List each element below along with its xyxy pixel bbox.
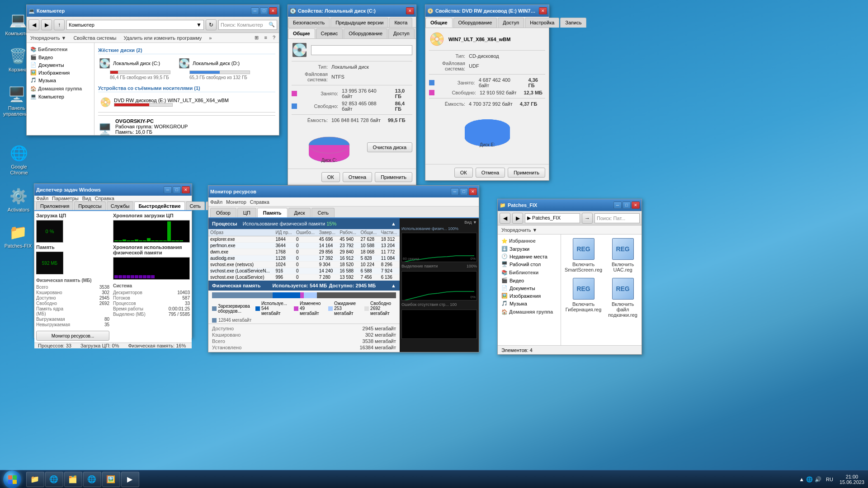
resmon-tab-disk[interactable]: Диск <box>288 208 311 217</box>
tab-security[interactable]: Безопасность <box>288 18 330 27</box>
resmon-menu-monitor[interactable]: Монитор <box>224 199 248 205</box>
taskmgr-minimize[interactable]: ─ <box>164 186 172 193</box>
tm-menu-file[interactable]: Файл <box>34 196 50 201</box>
explorer-titlebar[interactable]: 💻 Компьютер ─ □ ✕ <box>27 5 279 17</box>
patches-minimize[interactable]: ─ <box>613 202 622 209</box>
mem-scroll-up[interactable]: ▲ <box>391 283 396 288</box>
sidebar-images[interactable]: 🖼️Изображения <box>28 69 92 76</box>
props-c-cancel[interactable]: Отмена <box>343 172 372 182</box>
menu-remove-program[interactable]: Удалить или изменить программу <box>122 35 203 41</box>
refresh-btn[interactable]: ↻ <box>206 19 217 30</box>
menu-more[interactable]: » <box>207 35 213 41</box>
sidebar-home-group[interactable]: 🏠 Домашняя группа <box>28 84 92 93</box>
taskmgr-maximize[interactable]: □ <box>173 186 181 193</box>
patches-docs[interactable]: 📄Документы <box>500 284 559 292</box>
menu-organize[interactable]: Упорядочить ▼ <box>28 35 68 41</box>
patches-titlebar[interactable]: 📁 Patches_FIX ─ □ ✕ <box>498 199 642 211</box>
patches-back[interactable]: ◀ <box>500 213 510 224</box>
dvd-tab-access[interactable]: Доступ <box>498 18 524 28</box>
props-c-apply[interactable]: Применить <box>375 172 412 182</box>
desktop-icon-patches[interactable]: 📁 Patches-FIX <box>2 221 34 251</box>
props-c-close[interactable]: ✕ <box>406 7 414 14</box>
resmon-menu-file[interactable]: Файл <box>208 199 224 205</box>
explorer-close[interactable]: ✕ <box>269 7 277 14</box>
tab-quota[interactable]: Квота <box>389 18 412 27</box>
file-hibernate[interactable]: REG Включить Гибернация.reg <box>565 278 602 318</box>
dvd-cancel[interactable]: Отмена <box>476 168 505 178</box>
explorer-minimize[interactable]: ─ <box>251 7 259 14</box>
patches-go[interactable]: → <box>582 213 593 224</box>
patches-forward[interactable]: ▶ <box>512 213 523 224</box>
dvd-tab-hardware[interactable]: Оборудование <box>453 18 497 28</box>
dvd-tab-record[interactable]: Запись <box>560 18 586 28</box>
resmon-tab-overview[interactable]: Обзор <box>210 208 236 217</box>
props-c-titlebar[interactable]: 💽 Свойства: Локальный диск (C:) ✕ <box>288 5 416 17</box>
sidebar-video[interactable]: 🎬Видео <box>28 53 92 61</box>
tab-general[interactable]: Общие <box>288 28 315 38</box>
props-c-ok[interactable]: ОК <box>321 172 340 182</box>
taskmgr-close[interactable]: ✕ <box>182 186 190 193</box>
sidebar-music[interactable]: 🎵Музыка <box>28 76 92 84</box>
disk-c-info[interactable]: 💽 Локальный диск (C:) <box>98 57 170 70</box>
patches-downloads[interactable]: ⬇️Загрузки <box>500 245 559 253</box>
patches-menu-organize[interactable]: Упорядочить ▼ <box>500 227 539 233</box>
tm-tab-processes[interactable]: Процессы <box>74 202 105 210</box>
tm-menu-params[interactable]: Параметры <box>50 196 80 201</box>
resmon-titlebar[interactable]: Монитор ресурсов ─ □ ✕ <box>208 186 479 197</box>
explorer-maximize[interactable]: □ <box>260 7 268 14</box>
disk-d-info[interactable]: 💽 Локальный диск (D:) <box>178 57 250 70</box>
resmon-tab-network[interactable]: Сеть <box>311 208 334 217</box>
resmon-tab-cpu[interactable]: ЦП <box>237 208 256 217</box>
patches-images[interactable]: 🖼️Изображения <box>500 292 559 300</box>
dvd-tab-settings[interactable]: Настройка <box>525 18 559 28</box>
tm-tab-network[interactable]: Сеть <box>186 202 205 210</box>
sidebar-docs[interactable]: 📄Документы <box>28 61 92 69</box>
patches-recent[interactable]: 🕐Недавние места <box>500 253 559 260</box>
tab-service[interactable]: Сервис <box>316 28 343 38</box>
patches-music[interactable]: 🎵Музыка <box>500 300 559 307</box>
view-btn1[interactable]: ⊞ <box>253 35 260 41</box>
dvd-tab-general[interactable]: Общие <box>425 18 453 28</box>
taskbar-item-explorer[interactable]: 📁 <box>26 472 44 487</box>
start-button[interactable] <box>0 470 24 488</box>
taskbar-item-media[interactable]: 🖼️ <box>102 472 120 487</box>
tab-access[interactable]: Доступ <box>388 28 415 38</box>
nav-forward[interactable]: ▶ <box>41 19 52 30</box>
view-btn2[interactable]: ≡ <box>262 35 269 41</box>
tray-arrow[interactable]: ▲ <box>799 476 804 483</box>
tray-network[interactable]: 🌐 <box>806 476 813 483</box>
taskmgr-titlebar[interactable]: Диспетчер задач Windows ─ □ ✕ <box>34 184 192 196</box>
file-pagefile[interactable]: REG Включить файл подкачки.reg <box>608 278 638 318</box>
resmon-menu-help[interactable]: Справка <box>248 199 271 205</box>
tm-tab-apps[interactable]: Приложения <box>36 202 73 210</box>
search-bar[interactable]: Поиск: Компьютер 🔍 <box>218 20 277 30</box>
tray-volume[interactable]: 🔊 <box>815 476 821 483</box>
address-bar[interactable]: Компьютер ▼ <box>66 20 204 30</box>
menu-sys-props[interactable]: Свойства системы <box>71 35 118 41</box>
tm-menu-help[interactable]: Справка <box>93 196 116 201</box>
tm-tab-services[interactable]: Службы <box>107 202 134 210</box>
resmon-close[interactable]: ✕ <box>469 188 477 195</box>
patches-desktop[interactable]: 🖥️Рабочий стол <box>500 260 559 268</box>
dvd-ok[interactable]: ОК <box>454 168 473 178</box>
monitor-resources-btn[interactable]: Монитор ресурсов... <box>36 331 109 341</box>
patches-maximize[interactable]: □ <box>623 202 631 209</box>
nav-up[interactable]: ↑ <box>54 19 65 30</box>
dvd-apply[interactable]: Применить <box>508 168 545 178</box>
resmon-tab-memory[interactable]: Память <box>257 208 288 217</box>
tab-prev-versions[interactable]: Предыдущие версии <box>330 18 388 27</box>
desktop-icon-activators[interactable]: ⚙️ Activators <box>3 185 34 215</box>
clean-disk-btn[interactable]: Очистка диска <box>367 142 412 152</box>
resmon-minimize[interactable]: ─ <box>451 188 459 195</box>
sidebar-computer[interactable]: 💻Компьютер <box>28 93 92 100</box>
patches-close[interactable]: ✕ <box>632 202 640 209</box>
taskbar-clock[interactable]: 21:00 15.06.2023 <box>836 474 868 485</box>
disk-c-name-input[interactable] <box>311 45 412 55</box>
taskbar-item-chrome[interactable]: 🌐 <box>83 472 101 487</box>
taskbar-item-explorer2[interactable]: 🗂️ <box>64 472 82 487</box>
file-smartscreen[interactable]: REG Включить SmartScreen.reg <box>565 238 602 272</box>
desktop-icon-chrome[interactable]: 🌐 Google Chrome <box>3 142 35 178</box>
props-dvd-titlebar[interactable]: 📀 Свойства: DVD RW дисковод (E:) WIN7_UL… <box>425 5 549 17</box>
taskbar-item-wmp[interactable]: ▶ <box>121 472 139 487</box>
view-btn[interactable]: Вид ▼ <box>401 220 477 225</box>
